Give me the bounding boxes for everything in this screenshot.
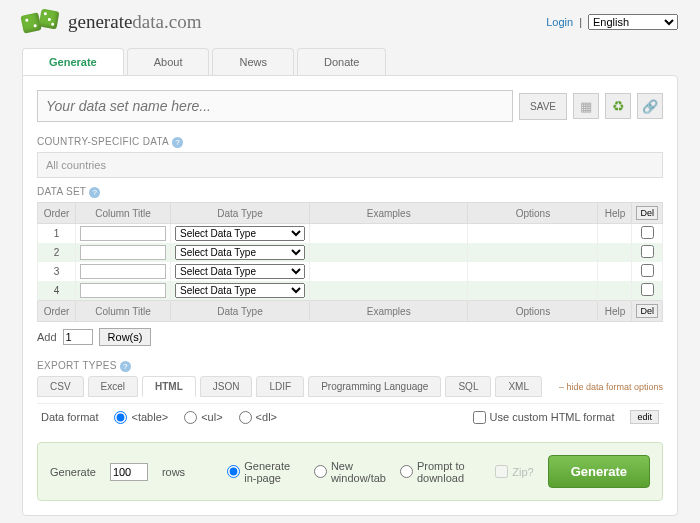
- column-title-input[interactable]: [80, 226, 166, 241]
- country-select[interactable]: All countries: [37, 152, 663, 178]
- del-all-button[interactable]: Del: [636, 206, 658, 220]
- separator: |: [579, 16, 582, 28]
- col-title: Column Title: [76, 301, 171, 322]
- datatype-select[interactable]: Select Data Type: [175, 245, 305, 260]
- link-icon[interactable]: 🔗: [637, 93, 663, 119]
- col-title: Column Title: [76, 203, 171, 224]
- export-tab-sql[interactable]: SQL: [445, 376, 491, 397]
- section-country: COUNTRY-SPECIFIC DATA?: [37, 136, 663, 148]
- column-title-input[interactable]: [80, 264, 166, 279]
- help-icon[interactable]: ?: [120, 361, 131, 372]
- column-title-input[interactable]: [80, 283, 166, 298]
- dice-icon: [22, 8, 62, 36]
- col-del: Del: [632, 301, 663, 322]
- gen-radio-download[interactable]: Prompt to download: [400, 460, 481, 484]
- col-help: Help: [598, 203, 632, 224]
- edit-button[interactable]: edit: [630, 410, 659, 424]
- add-count-input[interactable]: [63, 329, 93, 345]
- add-rows-button[interactable]: Row(s): [99, 328, 152, 346]
- zip-checkbox[interactable]: Zip?: [495, 465, 533, 478]
- row-count-input[interactable]: [110, 463, 148, 481]
- brand-text: generatedata.com: [68, 11, 201, 33]
- use-custom-checkbox[interactable]: Use custom HTML format: [473, 411, 615, 424]
- datatype-select[interactable]: Select Data Type: [175, 283, 305, 298]
- clear-icon[interactable]: ♻: [605, 93, 631, 119]
- gen-radio-inpage[interactable]: Generate in-page: [227, 460, 300, 484]
- row-del-checkbox[interactable]: [641, 283, 654, 296]
- help-icon[interactable]: ?: [172, 137, 183, 148]
- section-dataset: DATA SET?: [37, 186, 663, 198]
- generate-button[interactable]: Generate: [548, 455, 650, 488]
- dataset-grid: Order Column Title Data Type Examples Op…: [37, 202, 663, 322]
- export-tab-ldif[interactable]: LDIF: [256, 376, 304, 397]
- tab-donate[interactable]: Donate: [297, 48, 386, 75]
- help-icon[interactable]: ?: [89, 187, 100, 198]
- row-order: 1: [38, 224, 76, 244]
- table-row: 3 Select Data Type: [38, 262, 663, 281]
- col-order: Order: [38, 203, 76, 224]
- save-button[interactable]: SAVE: [519, 93, 567, 120]
- tab-news[interactable]: News: [212, 48, 294, 75]
- export-tab-excel[interactable]: Excel: [88, 376, 138, 397]
- table-row: 1 Select Data Type: [38, 224, 663, 244]
- logo: generatedata.com: [22, 8, 201, 36]
- fmt-radio-ul[interactable]: <ul>: [184, 411, 222, 424]
- row-del-checkbox[interactable]: [641, 226, 654, 239]
- col-del: Del: [632, 203, 663, 224]
- col-ex: Examples: [310, 203, 468, 224]
- history-icon[interactable]: ▦: [573, 93, 599, 119]
- col-opts: Options: [468, 203, 598, 224]
- export-tab-csv[interactable]: CSV: [37, 376, 84, 397]
- col-ex: Examples: [310, 301, 468, 322]
- row-order: 3: [38, 262, 76, 281]
- row-del-checkbox[interactable]: [641, 245, 654, 258]
- datatype-select[interactable]: Select Data Type: [175, 264, 305, 279]
- hide-options-link[interactable]: – hide data format options: [559, 382, 663, 392]
- export-tab-xml[interactable]: XML: [495, 376, 542, 397]
- data-format-label: Data format: [41, 411, 98, 423]
- add-label: Add: [37, 331, 57, 343]
- col-help: Help: [598, 301, 632, 322]
- login-link[interactable]: Login: [546, 16, 573, 28]
- main-nav: Generate About News Donate: [0, 48, 700, 75]
- column-title-input[interactable]: [80, 245, 166, 260]
- row-order: 4: [38, 281, 76, 301]
- section-export: EXPORT TYPES?: [37, 360, 663, 372]
- export-tab-proglang[interactable]: Programming Language: [308, 376, 441, 397]
- del-all-button[interactable]: Del: [636, 304, 658, 318]
- fmt-radio-table[interactable]: <table>: [114, 411, 168, 424]
- tab-generate[interactable]: Generate: [22, 48, 124, 75]
- language-select[interactable]: English: [588, 14, 678, 30]
- gen-radio-newwin[interactable]: New window/tab: [314, 460, 386, 484]
- fmt-radio-dl[interactable]: <dl>: [239, 411, 277, 424]
- generate-label: Generate: [50, 466, 96, 478]
- datatype-select[interactable]: Select Data Type: [175, 226, 305, 241]
- col-dtype: Data Type: [171, 301, 310, 322]
- dataset-name-input[interactable]: [37, 90, 513, 122]
- col-order: Order: [38, 301, 76, 322]
- col-dtype: Data Type: [171, 203, 310, 224]
- export-tab-html[interactable]: HTML: [142, 376, 196, 397]
- col-opts: Options: [468, 301, 598, 322]
- rows-label: rows: [162, 466, 185, 478]
- table-row: 4 Select Data Type: [38, 281, 663, 301]
- row-order: 2: [38, 243, 76, 262]
- row-del-checkbox[interactable]: [641, 264, 654, 277]
- tab-about[interactable]: About: [127, 48, 210, 75]
- table-row: 2 Select Data Type: [38, 243, 663, 262]
- export-tab-json[interactable]: JSON: [200, 376, 253, 397]
